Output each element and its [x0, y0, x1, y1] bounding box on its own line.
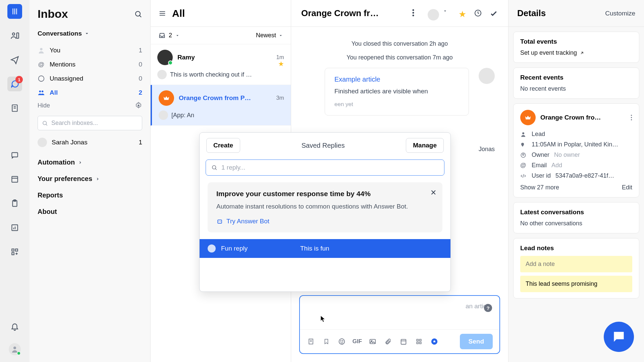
chevron-down-icon — [279, 34, 283, 38]
svg-point-26 — [39, 91, 41, 93]
manage-button[interactable]: Manage — [406, 138, 444, 153]
chevron-right-icon — [96, 177, 100, 181]
try-answer-bot-link[interactable]: Try Answer Bot — [216, 218, 434, 225]
link-about[interactable]: About — [38, 208, 142, 216]
customize-link[interactable]: Customize — [605, 10, 635, 17]
svg-point-53 — [631, 115, 632, 116]
svg-line-30 — [46, 124, 47, 126]
nav-notifications-icon[interactable] — [7, 319, 22, 334]
add-email-link[interactable]: Add — [551, 162, 562, 169]
more-icon[interactable] — [412, 9, 421, 18]
location-icon — [520, 142, 527, 148]
convlist-title: All — [172, 8, 185, 19]
edit-lead-link[interactable]: Edit — [622, 184, 632, 191]
nav-clipboard-icon[interactable] — [7, 196, 22, 211]
send-button[interactable]: Send — [460, 334, 493, 349]
svg-rect-48 — [417, 339, 418, 341]
conversation-orange-crown[interactable]: Orange Crown from P… 3m [App: An — [151, 85, 291, 126]
unassigned-icon — [38, 75, 45, 82]
link-reports[interactable]: Reports — [38, 191, 142, 199]
snooze-icon[interactable] — [474, 9, 483, 18]
emoji-icon[interactable] — [337, 337, 346, 346]
create-button[interactable]: Create — [206, 138, 240, 153]
nav-user-avatar[interactable] — [9, 343, 21, 355]
conversation-ramy[interactable]: Ramy 1m ★ This is worth checking out if … — [151, 44, 291, 85]
svg-rect-16 — [12, 249, 14, 251]
show-more-link[interactable]: Show 27 more — [520, 184, 559, 191]
avatar-small — [159, 110, 168, 120]
sidebar-search-icon[interactable] — [134, 10, 142, 18]
add-note-input[interactable] — [520, 256, 632, 272]
messenger-fab[interactable] — [604, 322, 634, 352]
gif-icon[interactable]: GIF — [353, 337, 362, 346]
link-preferences[interactable]: Your preferences — [38, 175, 142, 183]
avatar — [157, 50, 173, 65]
assignee-dropdown-icon[interactable] — [443, 9, 452, 18]
nav-book-icon[interactable] — [7, 172, 22, 187]
setup-events-link[interactable]: Set up event tracking — [520, 49, 632, 56]
svg-point-28 — [138, 104, 140, 106]
close-conversation-icon[interactable] — [489, 9, 498, 18]
nav-apps-icon[interactable] — [7, 244, 22, 259]
reply-search-input[interactable]: 1 reply... — [206, 160, 444, 176]
nav-send-icon[interactable] — [7, 52, 22, 67]
svg-rect-2 — [16, 8, 17, 14]
svg-rect-50 — [417, 342, 418, 344]
apps-icon[interactable] — [415, 337, 423, 346]
recent-events-card: Recent events No recent events — [513, 67, 639, 99]
gear-icon[interactable] — [135, 102, 142, 109]
operator-icon[interactable] — [430, 337, 439, 346]
hide-link[interactable]: Hide — [38, 102, 50, 109]
bookmark-icon[interactable] — [322, 337, 331, 346]
close-promo-icon[interactable]: ✕ — [430, 188, 436, 197]
menu-icon[interactable] — [159, 10, 166, 17]
svg-rect-1 — [14, 8, 15, 14]
saved-replies-popup: Create Saved Replies Manage 1 reply... I… — [199, 132, 451, 292]
filter-unassigned[interactable]: Unassigned 0 — [38, 72, 142, 86]
nav-message-icon[interactable] — [7, 148, 22, 163]
conv-count-dropdown[interactable]: 2 — [159, 32, 179, 39]
teammate-sarah[interactable]: Sarah Jonas 1 — [38, 138, 142, 147]
svg-point-24 — [40, 48, 42, 50]
avatar-small — [157, 70, 167, 79]
conversations-heading[interactable]: Conversations — [38, 30, 142, 37]
total-events-card: Total events Set up event tracking — [513, 32, 639, 63]
svg-rect-51 — [420, 342, 421, 344]
priority-star-icon[interactable]: ★ — [459, 9, 467, 18]
nav-chat-badge: 1 — [15, 76, 23, 83]
existing-note: This lead seems promising — [520, 276, 632, 292]
nav-analytics-icon[interactable] — [7, 220, 22, 235]
system-message: You closed this conversation 2h ago — [305, 40, 495, 47]
assignee-avatar[interactable] — [428, 9, 436, 18]
user-icon — [38, 47, 45, 54]
filter-mentions[interactable]: @Mentions 0 — [38, 57, 142, 72]
saved-reply-item[interactable]: Fun reply This is fun — [200, 239, 450, 258]
search-icon — [211, 165, 217, 171]
sort-dropdown[interactable]: Newest — [256, 32, 283, 39]
attachment-icon[interactable] — [384, 337, 392, 346]
filter-you[interactable]: You 1 — [38, 43, 142, 57]
svg-rect-61 — [218, 220, 222, 223]
lead-more-icon[interactable] — [631, 114, 632, 121]
svg-rect-8 — [12, 152, 17, 157]
search-inboxes-input[interactable]: Search inboxes... — [38, 116, 142, 130]
calendar-icon[interactable] — [399, 337, 408, 346]
nav-contacts-icon[interactable] — [7, 28, 22, 43]
article-card[interactable]: Example article Finished articles are vi… — [325, 68, 469, 116]
composer-help-icon[interactable]: ? — [484, 304, 492, 312]
image-icon[interactable] — [368, 337, 377, 346]
filter-all[interactable]: All 2 — [38, 86, 142, 100]
note-icon[interactable] — [307, 337, 315, 346]
svg-point-27 — [42, 91, 44, 93]
nav-articles-icon[interactable] — [7, 101, 22, 116]
composer[interactable]: an article ? GIF Send — [299, 295, 500, 354]
mouse-cursor — [321, 316, 326, 323]
svg-point-25 — [39, 76, 44, 82]
svg-point-29 — [43, 121, 47, 125]
link-automation[interactable]: Automation — [38, 159, 142, 166]
userid-icon — [520, 173, 527, 179]
app-logo[interactable] — [7, 4, 22, 19]
lead-notes-card: Lead notes This lead seems promising — [513, 238, 639, 299]
nav-chat-icon[interactable]: 1 — [7, 77, 22, 91]
svg-rect-9 — [12, 176, 17, 182]
